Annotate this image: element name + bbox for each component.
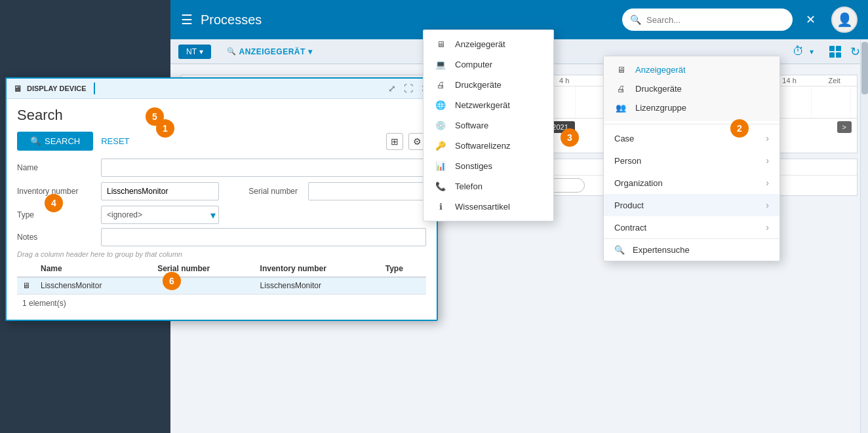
device-type-dropdown: 🖥 Anzeigegerät 💻 Computer 🖨 Druckgeräte … — [423, 29, 554, 221]
badge-3: 3 — [561, 128, 579, 147]
grid-view-icon[interactable] — [829, 46, 841, 58]
search-form: Name — [17, 159, 426, 177]
notes-input[interactable] — [101, 228, 426, 246]
inventory-input[interactable] — [101, 182, 219, 200]
cat-item-person[interactable]: Person › — [604, 149, 779, 172]
panel-device-icon: 🖥 — [13, 84, 22, 94]
inventory-form-row: Inventory number Serial number — [17, 182, 426, 200]
cat-druckgerate-label: Druckgeräte — [635, 84, 682, 94]
expertensuche-label: Expertensuche — [633, 245, 690, 255]
cat-product-label: Product — [614, 200, 644, 210]
filter-icon-button[interactable]: ⊞ — [386, 133, 403, 150]
search-btn-icon: 🔍 — [30, 136, 41, 146]
cat-item-contract[interactable]: Contract › — [604, 216, 779, 238]
cat-item-lizenzgruppe[interactable]: 👥 Lizenzgruppe — [604, 98, 779, 117]
anzeige-label: ANZEIGEGERÄT — [239, 47, 306, 56]
device-item-wissensartikel[interactable]: ℹ Wissensartikel — [424, 197, 553, 217]
printer-icon: 🖨 — [434, 80, 447, 90]
badge-6: 6 — [163, 272, 181, 290]
panel-external-link-button[interactable]: ⤢ — [387, 83, 397, 94]
search-icon: 🔍 — [630, 14, 641, 25]
cat-case-arrow: › — [766, 133, 769, 143]
cat-organization-label: Organization — [614, 178, 663, 188]
cat-contract-label: Contract — [614, 223, 646, 233]
reset-button[interactable]: RESET — [101, 136, 129, 146]
cat-item-druckgerate[interactable]: 🖨 Druckgeräte — [604, 79, 779, 98]
device-item-druckgerate[interactable]: 🖨 Druckgeräte — [424, 75, 553, 95]
row-inventory-cell: LisschensMonitor — [255, 277, 380, 294]
col-icon — [17, 261, 35, 277]
device-item-anzeigegerat[interactable]: 🖥 Anzeigegerät — [424, 34, 553, 54]
cat-item-product[interactable]: Product › — [604, 194, 779, 216]
cat-lizenz-icon: 👥 — [614, 103, 627, 113]
device-item-label: Anzeigegerät — [455, 39, 505, 49]
clock-dropdown-icon[interactable]: ▾ — [810, 47, 814, 56]
anzeige-dropdown-icon: ▾ — [308, 47, 313, 56]
row-icon-cell: 🖥 — [17, 277, 35, 294]
nt-dropdown-icon: ▾ — [199, 47, 203, 56]
device-item-telefon[interactable]: 📞 Telefon — [424, 176, 553, 197]
table-row[interactable]: 🖥 LisschensMonitor LisschensMonitor — [17, 277, 426, 294]
cat-contract-arrow: › — [766, 222, 769, 233]
cat-item-anzeigegerat[interactable]: 🖥 Anzeigegerät — [604, 60, 779, 79]
type-form-row: Type <ignored> ▾ — [17, 206, 426, 224]
user-avatar[interactable]: 👤 — [831, 7, 858, 33]
anzeigegerat-icon: 🖥 — [434, 39, 447, 49]
type-dropdown-icon: ▾ — [210, 209, 216, 221]
top-search-bar[interactable]: 🔍 — [622, 9, 793, 31]
device-item-sonstiges[interactable]: 📊 Sonstiges — [424, 156, 553, 176]
col-inventory: Inventory number — [255, 261, 380, 277]
device-item-softwarelizenz[interactable]: 🔑 Softwarelizenz — [424, 136, 553, 156]
cat-item-organization[interactable]: Organization › — [604, 172, 779, 194]
clock-icon[interactable]: ⏱ — [793, 45, 804, 58]
device-item-label: Computer — [455, 60, 492, 69]
search-panel: 🖥 DISPLAY DEVICE ⤢ ⛶ ✕ Search 🔍 SEARCH R… — [5, 77, 438, 321]
anzeigegerat-filter-button[interactable]: 🔍 ANZEIGEGERÄT ▾ — [227, 47, 312, 56]
panel-body: Search 🔍 SEARCH RESET ⊞ ⚙ Name Inventory… — [7, 99, 437, 320]
search-small-icon: 🔍 — [227, 47, 237, 56]
name-input[interactable] — [101, 159, 426, 177]
notes-form-row: Notes — [17, 228, 426, 246]
next-arrow-button[interactable]: > — [837, 121, 852, 133]
cat-item-case[interactable]: Case › — [604, 127, 779, 149]
search-button[interactable]: 🔍 SEARCH — [17, 132, 93, 151]
hamburger-menu[interactable]: ☰ — [181, 12, 193, 28]
device-item-label: Wissensartikel — [455, 202, 510, 212]
scrollbar[interactable] — [860, 39, 868, 433]
device-item-label: Software — [455, 121, 488, 130]
softwarelizenz-icon: 🔑 — [434, 141, 447, 151]
type-select[interactable]: <ignored> ▾ — [101, 206, 219, 224]
scrollbar-thumb — [861, 42, 868, 94]
device-item-netzwerkgerat[interactable]: 🌐 Netzwerkgerät — [424, 95, 553, 115]
category-dropdown: 🖥 Anzeigegerät 🖨 Druckgeräte 👥 Lizenzgru… — [603, 56, 780, 261]
panel-expand-button[interactable]: ⛶ — [403, 83, 414, 94]
device-item-computer[interactable]: 💻 Computer — [424, 54, 553, 75]
cursor-indicator — [94, 83, 95, 94]
computer-icon: 💻 — [434, 60, 447, 69]
top-search-input[interactable] — [646, 15, 785, 25]
device-item-label: Softwarelizenz — [455, 141, 511, 151]
panel-titlebar: 🖥 DISPLAY DEVICE ⤢ ⛶ ✕ — [7, 79, 437, 99]
sonstiges-icon: 📊 — [434, 161, 447, 171]
search-close-button[interactable]: ✕ — [806, 12, 816, 27]
telefon-icon: 📞 — [434, 181, 447, 191]
app-title: Processes — [201, 12, 262, 28]
device-item-software[interactable]: 💿 Software — [424, 115, 553, 136]
refresh-icon[interactable]: ↻ — [850, 45, 860, 59]
nt-label: NT — [186, 47, 197, 56]
badge-5: 5 — [146, 107, 164, 126]
cat-organization-arrow: › — [766, 178, 769, 188]
panel-heading: Search — [17, 107, 426, 124]
cat-case-label: Case — [614, 134, 634, 143]
nt-filter-button[interactable]: NT ▾ — [178, 45, 211, 59]
row-name-cell: LisschensMonitor — [35, 277, 152, 294]
badge-4: 4 — [45, 194, 63, 212]
software-icon: 💿 — [434, 121, 447, 130]
expertensuche-icon: 🔍 — [614, 245, 625, 255]
expertensuche-item[interactable]: 🔍 Expertensuche — [604, 238, 779, 261]
panel-title: DISPLAY DEVICE — [27, 85, 86, 92]
device-item-label: Netzwerkgerät — [455, 100, 510, 110]
cat-product-arrow: › — [766, 200, 769, 210]
serial-input[interactable] — [308, 182, 426, 200]
cat-printer-icon: 🖨 — [614, 84, 627, 94]
